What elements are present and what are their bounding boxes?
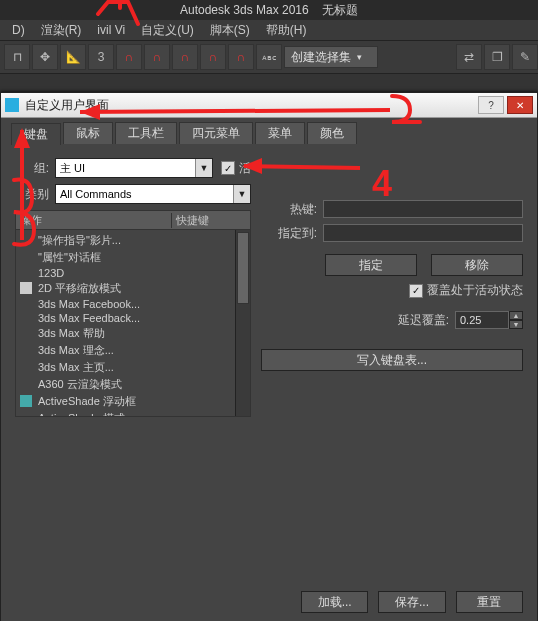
mirror-icon[interactable]: ⇄ [456,44,482,70]
brush-icon[interactable]: ✎ [512,44,538,70]
list-item-label: "属性"对话框 [38,251,101,263]
tab-quads[interactable]: 四元菜单 [179,122,253,144]
list-item[interactable]: 123D [16,266,236,280]
list-item[interactable]: 3ds Max Facebook... [16,297,236,311]
dialog-titlebar[interactable]: 自定义用户界面 ? ✕ [1,93,537,118]
assignedto-display [323,224,523,242]
label-icon[interactable]: ᴀʙᴄ [256,44,282,70]
delay-override-label: 延迟覆盖: [398,312,449,329]
snap-icon[interactable]: ∩ [172,44,198,70]
load-button[interactable]: 加载... [301,591,368,613]
tab-colors[interactable]: 颜色 [307,122,357,144]
three-icon[interactable]: 3 [88,44,114,70]
list-item-label: 3ds Max Facebook... [38,298,140,310]
measure-icon[interactable]: 📐 [60,44,86,70]
app-title: Autodesk 3ds Max 2016 [180,3,309,17]
list-item[interactable]: "操作指导"影片... [16,232,236,249]
list-item[interactable]: ActiveShade 模式 [16,410,236,416]
group-dropdown[interactable]: 主 UI ▼ [55,158,213,178]
reset-button[interactable]: 重置 [456,591,523,613]
list-item-label: 3ds Max 帮助 [38,327,105,339]
list-item-label: A360 云渲染模式 [38,378,122,390]
menubar: D) 渲染(R) ivil Vi 自定义(U) 脚本(S) 帮助(H) [0,20,538,40]
list-item-label: 3ds Max 主页... [38,361,114,373]
main-toolbar: ⊓ ✥ 📐 3 ∩ ∩ ∩ ∩ ∩ ᴀʙᴄ 创建选择集 ⇄ ❐ ✎ [0,40,538,74]
dialog-icon [5,98,19,112]
menu-customize[interactable]: 自定义(U) [133,22,202,39]
active-label: 活 [239,160,251,177]
list-item-label: 3ds Max Feedback... [38,312,140,324]
list-item[interactable]: 3ds Max 主页... [16,359,236,376]
snap-icon[interactable]: ∩ [200,44,226,70]
list-item[interactable]: 3ds Max 理念... [16,342,236,359]
hotkey-label: 热键: [261,201,317,218]
magnet-icon[interactable]: ⊓ [4,44,30,70]
chevron-down-icon: ▼ [195,159,212,177]
scrollbar-thumb[interactable] [237,232,249,304]
actions-list[interactable]: "操作指导"影片..."属性"对话框123D2D 平移缩放模式3ds Max F… [15,230,251,417]
copy-icon[interactable]: ❐ [484,44,510,70]
override-active-label: 覆盖处于活动状态 [427,282,523,299]
menu-civil[interactable]: ivil Vi [89,23,133,37]
list-item[interactable]: "属性"对话框 [16,249,236,266]
list-item-label: "操作指导"影片... [38,234,121,246]
app-titlebar: Autodesk 3ds Max 2016 无标题 [0,0,538,20]
menu-help[interactable]: 帮助(H) [258,22,315,39]
category-label: 类别 [15,186,49,203]
tab-keyboard[interactable]: 键盘 [11,123,61,145]
chevron-down-icon: ▼ [233,185,250,203]
write-keyboard-button[interactable]: 写入键盘表... [261,349,523,371]
save-button[interactable]: 保存... [378,591,445,613]
spinner-up-icon[interactable]: ▲ [509,311,523,320]
override-active-checkbox[interactable]: ✓ [409,284,423,298]
list-item[interactable]: A360 云渲染模式 [16,376,236,393]
doc-icon [20,395,32,407]
list-item-label: 3ds Max 理念... [38,344,114,356]
dialog-tabs: 键盘 鼠标 工具栏 四元菜单 菜单 颜色 [1,118,537,144]
hand-icon [20,282,32,294]
delay-override-spinner[interactable]: 0.25 [455,311,509,329]
move-icon[interactable]: ✥ [32,44,58,70]
list-item[interactable]: 2D 平移缩放模式 [16,280,236,297]
tab-toolbars[interactable]: 工具栏 [115,122,177,144]
list-item-label: ActiveShade 浮动框 [38,395,136,407]
category-dropdown[interactable]: All Commands ▼ [55,184,251,204]
close-button[interactable]: ✕ [507,96,533,114]
menu-render[interactable]: 渲染(R) [33,22,90,39]
active-checkbox[interactable]: ✓ [221,161,235,175]
assignedto-label: 指定到: [261,225,317,242]
col-action: 操作 [16,213,172,228]
customize-ui-dialog: 自定义用户界面 ? ✕ 键盘 鼠标 工具栏 四元菜单 菜单 颜色 组: 主 UI… [0,92,538,621]
snap-icon[interactable]: ∩ [144,44,170,70]
list-item[interactable]: 3ds Max Feedback... [16,311,236,325]
spinner-down-icon[interactable]: ▼ [509,320,523,329]
snap-icon[interactable]: ∩ [228,44,254,70]
list-item[interactable]: ActiveShade 浮动框 [16,393,236,410]
tab-mouse[interactable]: 鼠标 [63,122,113,144]
actions-list-header[interactable]: 操作 快捷键 [15,210,251,230]
selection-set-dropdown[interactable]: 创建选择集 [284,46,378,68]
list-item-label: ActiveShade 模式 [38,412,125,416]
menu-script[interactable]: 脚本(S) [202,22,258,39]
doc-title: 无标题 [322,3,358,17]
tab-menus[interactable]: 菜单 [255,122,305,144]
list-item-label: 2D 平移缩放模式 [38,282,121,294]
list-item[interactable]: 3ds Max 帮助 [16,325,236,342]
assign-button[interactable]: 指定 [325,254,417,276]
snap-icon[interactable]: ∩ [116,44,142,70]
col-shortcut: 快捷键 [172,213,250,228]
hotkey-input[interactable] [323,200,523,218]
dialog-title: 自定义用户界面 [25,97,475,114]
remove-button[interactable]: 移除 [431,254,523,276]
list-item-label: 123D [38,267,64,279]
group-label: 组: [15,160,49,177]
scrollbar[interactable] [235,230,250,416]
menu-d[interactable]: D) [4,23,33,37]
help-button[interactable]: ? [478,96,504,114]
